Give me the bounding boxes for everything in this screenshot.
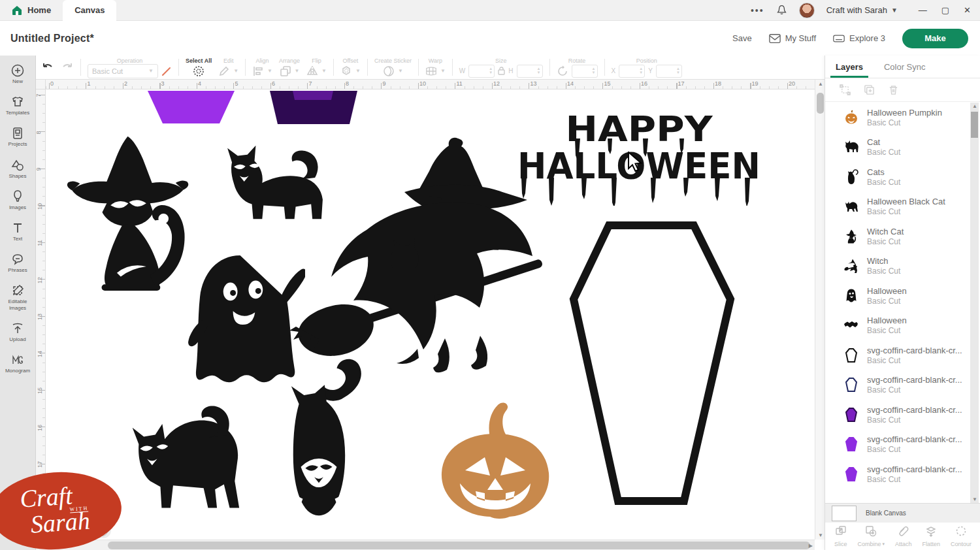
shape-jack-o-lantern[interactable]	[438, 400, 553, 519]
operation-select[interactable]: Basic Cut▼	[88, 64, 158, 78]
warp-icon[interactable]	[425, 65, 437, 77]
notifications-bell-icon[interactable]	[776, 5, 787, 16]
canvas-horizontal-scrollbar[interactable]: ◀ ▶	[36, 540, 815, 550]
sidebar-item-new[interactable]: New	[0, 61, 36, 88]
more-menu-icon[interactable]: •••	[751, 5, 764, 16]
window-close-button[interactable]: ✕	[964, 5, 971, 15]
layer-row[interactable]: Witch Basic Cut	[825, 251, 965, 282]
window-minimize-button[interactable]: —	[919, 5, 927, 15]
flip-group: Flip ▼	[306, 58, 327, 77]
layer-row[interactable]: svg-coffin-card-blank-cr... Basic Cut	[825, 400, 965, 430]
slice-button[interactable]: Slice	[834, 525, 847, 547]
ruler-mark: 4	[198, 80, 201, 87]
offset-icon[interactable]	[340, 65, 352, 77]
select-all-icon[interactable]	[193, 65, 204, 77]
shape-face-down-cat[interactable]	[265, 358, 372, 525]
sidebar-item-text[interactable]: Text	[0, 218, 36, 245]
canvas-vertical-scrollbar[interactable]: ▲ ▼	[815, 80, 825, 540]
window-maximize-button[interactable]: ▢	[941, 5, 949, 15]
layer-row[interactable]: Cats Basic Cut	[825, 162, 965, 192]
blank-canvas-row[interactable]: Blank Canvas	[825, 503, 980, 523]
flip-icon[interactable]	[306, 65, 318, 77]
tab-home-label: Home	[27, 5, 51, 15]
shape-coffin-bottom-purple[interactable]	[147, 91, 235, 124]
rotate-input[interactable]: ▲▼	[572, 65, 598, 78]
size-height-input[interactable]: ▲▼	[517, 65, 543, 78]
tab-home[interactable]: Home	[0, 0, 63, 21]
save-button[interactable]: Save	[732, 33, 752, 43]
scroll-right-icon[interactable]: ▶	[809, 543, 813, 549]
shapes-icon	[11, 159, 24, 172]
ruler-mark: 3	[161, 80, 165, 87]
position-y-input[interactable]: ▲▼	[656, 65, 682, 78]
layer-row[interactable]: svg-coffin-card-blank-cr... Basic Cut	[825, 459, 965, 489]
shape-witch-hat-cat[interactable]	[62, 126, 196, 295]
delete-layer-icon[interactable]	[888, 84, 899, 95]
sidebar-item-editable-images[interactable]: Editable Images	[0, 281, 36, 314]
tab-color-sync[interactable]: Color Sync	[874, 56, 936, 78]
layer-row[interactable]: Halloween Black Cat Basic Cut	[825, 192, 965, 222]
pen-tool-icon[interactable]	[161, 66, 172, 76]
layer-row[interactable]: Halloween Basic Cut	[825, 281, 965, 311]
layer-row[interactable]: Halloween Pumpkin Basic Cut	[825, 103, 965, 133]
hscroll-thumb[interactable]	[108, 542, 810, 549]
size-width-input[interactable]: ▲▼	[468, 65, 495, 78]
sidebar-item-monogram[interactable]: Monogram	[0, 350, 36, 377]
tab-layers[interactable]: Layers	[825, 56, 874, 78]
explore-machine-button[interactable]: Explore 3	[833, 33, 885, 44]
rotate-icon	[557, 65, 568, 77]
ruler-mark: 16	[37, 424, 43, 430]
layer-type: Basic Cut	[867, 297, 907, 306]
create-sticker-icon[interactable]	[383, 65, 395, 77]
shape-arched-black-cat[interactable]	[120, 400, 247, 517]
flatten-icon	[925, 525, 937, 540]
layers-scroll-up-icon[interactable]: ▲	[972, 103, 977, 109]
undo-icon[interactable]	[41, 61, 54, 74]
edit-pencil-icon[interactable]	[218, 65, 230, 77]
shape-witch-on-broom[interactable]	[289, 131, 551, 376]
sidebar-item-images[interactable]: Images	[0, 187, 36, 214]
design-canvas[interactable]: HAPPY HALLOWEEN	[46, 89, 815, 540]
layer-row[interactable]: Cat Basic Cut	[825, 133, 965, 163]
ruler-mark: 20	[789, 80, 795, 87]
ruler-mark: 19	[752, 80, 759, 87]
layer-row[interactable]: Witch Cat Basic Cut	[825, 221, 965, 251]
position-x-input[interactable]: ▲▼	[619, 65, 645, 78]
arrange-icon[interactable]	[280, 65, 291, 77]
rotate-group: Rotate ▲▼	[557, 58, 598, 77]
redo-icon[interactable]	[61, 61, 74, 74]
flatten-button[interactable]: Flatten	[922, 525, 940, 547]
canvas-color-swatch[interactable]	[832, 506, 857, 521]
duplicate-layer-icon[interactable]	[864, 84, 875, 95]
scroll-down-icon[interactable]: ▼	[818, 532, 823, 538]
sidebar-item-shapes[interactable]: Shapes	[0, 155, 36, 182]
scroll-up-icon[interactable]: ▲	[818, 81, 823, 87]
attach-button[interactable]: Attach	[895, 525, 912, 547]
align-icon[interactable]	[252, 65, 264, 77]
my-stuff-button[interactable]: My Stuff	[769, 33, 816, 44]
lock-icon[interactable]	[498, 67, 505, 75]
layers-scroll-down-icon[interactable]: ▼	[972, 496, 977, 502]
user-avatar[interactable]	[799, 3, 815, 18]
shape-coffin-bottom-dark-purple[interactable]	[269, 91, 358, 125]
layer-row[interactable]: svg-coffin-card-blank-cr... Basic Cut	[825, 430, 965, 460]
contour-button[interactable]: Contour	[951, 525, 972, 547]
account-menu[interactable]: Craft with Sarah ▼	[826, 5, 898, 15]
vscroll-thumb[interactable]	[817, 93, 824, 114]
layer-type: Basic Cut	[867, 207, 945, 216]
sidebar-item-projects[interactable]: Projects	[0, 123, 36, 150]
layers-scroll-thumb[interactable]	[971, 112, 978, 138]
layer-row[interactable]: Halloween Basic Cut	[825, 311, 965, 341]
shape-coffin-outline[interactable]	[568, 219, 736, 507]
combine-button[interactable]: Combine ▾	[857, 525, 885, 547]
sidebar-item-upload[interactable]: Upload	[0, 319, 36, 346]
tab-canvas[interactable]: Canvas	[63, 0, 116, 21]
sidebar-item-phrases[interactable]: Phrases	[0, 250, 36, 276]
group-layers-icon[interactable]	[840, 84, 851, 95]
layers-scrollbar[interactable]: ▲ ▼	[970, 103, 979, 503]
layer-row[interactable]: svg-coffin-card-blank-cr... Basic Cut	[825, 370, 965, 400]
attach-icon	[898, 525, 909, 540]
make-button[interactable]: Make	[902, 29, 968, 48]
sidebar-item-templates[interactable]: Templates	[0, 92, 36, 119]
layer-row[interactable]: svg-coffin-card-blank-cr... Basic Cut	[825, 340, 965, 370]
